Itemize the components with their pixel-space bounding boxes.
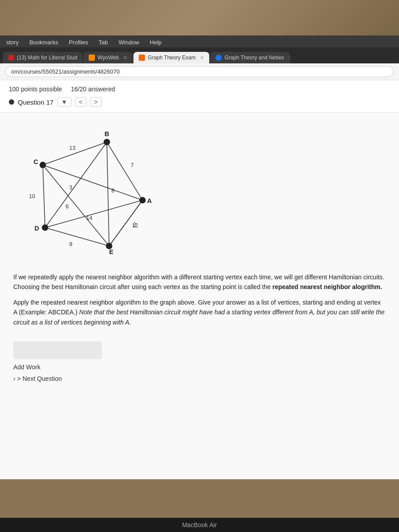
vertex-c [39, 162, 46, 168]
vertex-a [139, 197, 145, 203]
edge-weight-bd: 3 [69, 184, 72, 191]
menu-item-bookmarks[interactable]: Bookmarks [27, 38, 60, 47]
edge-weight-ba: 7 [131, 162, 134, 168]
edge-weight-da: 14 [86, 215, 93, 221]
tab-wyoweb-favicon [89, 55, 95, 61]
menu-item-tab[interactable]: Tab [97, 38, 110, 47]
edge-weight-be: 8 [111, 188, 114, 194]
svg-line-6 [45, 227, 110, 246]
tab-graph-exam-label: Graph Theory Exam [148, 55, 196, 61]
add-work-button[interactable]: Add Work [13, 364, 40, 371]
graph-svg: 13 7 8 10 6 12 9 14 2 [13, 121, 173, 263]
svg-line-10 [43, 165, 142, 200]
menu-item-help[interactable]: Help [148, 38, 164, 47]
question-label: Question 17 [18, 98, 54, 106]
paragraph-1-bold: repeated nearest neighbor alogrithm. [272, 283, 382, 290]
browser-chrome: story Bookmarks Profiles Tab Window Help… [0, 35, 399, 80]
next-question-label: > Next Question [17, 375, 62, 382]
tab-graph-exam-close[interactable]: ✕ [200, 55, 204, 61]
vertex-a-label: A [147, 197, 152, 204]
tab-math-favicon [8, 55, 14, 61]
edge-weight-de: 9 [69, 241, 72, 247]
top-background [0, 0, 399, 35]
menu-bar: story Bookmarks Profiles Tab Window Help [0, 37, 399, 47]
vertex-e-label: E [109, 248, 113, 255]
svg-line-2 [107, 142, 109, 246]
question-nav: Question 17 ▼ < > [9, 97, 390, 107]
tab-graph-exam[interactable]: Graph Theory Exam ✕ [133, 52, 209, 63]
tab-graph-exam-favicon [139, 55, 145, 61]
svg-line-4 [43, 165, 109, 246]
nav-dropdown-btn[interactable]: ▼ [57, 97, 71, 107]
svg-line-7 [45, 200, 143, 228]
url-display[interactable]: om/courses/550521/assignments/4826070 [5, 66, 394, 77]
answered-count: 16/20 answered [71, 86, 115, 93]
vertex-c-label: C [34, 158, 39, 165]
tab-wyoweb-close[interactable]: ✕ [123, 55, 127, 61]
next-question-button[interactable]: › > Next Question [13, 375, 62, 382]
graph-container: 13 7 8 10 6 12 9 14 2 [0, 113, 399, 268]
tab-graph-network-close[interactable]: ✕ [289, 55, 290, 61]
vertex-b [104, 139, 110, 145]
edge-weight-bc: 13 [69, 145, 75, 151]
tab-graph-network-favicon [215, 55, 222, 61]
address-bar: om/courses/550521/assignments/4826070 [0, 63, 399, 80]
question-text: If we repeatedly apply the nearest neigh… [0, 268, 399, 337]
vertex-d-label: D [35, 225, 39, 232]
svg-line-3 [43, 165, 45, 227]
edge-weight-ce: 6 [66, 203, 69, 210]
tab-graph-network[interactable]: Graph Theory and Netwo ✕ [210, 52, 290, 63]
vertex-d [42, 224, 48, 231]
next-question-arrow: › [13, 375, 16, 382]
page-content: 100 points possible 16/20 answered Quest… [0, 80, 399, 479]
paragraph-2: Apply the repeated nearest neighbor algo… [13, 297, 386, 327]
menu-item-story[interactable]: story [4, 38, 20, 47]
menu-item-window[interactable]: Window [117, 38, 141, 47]
points-info: 100 points possible 16/20 answered [9, 86, 390, 93]
tab-graph-network-label: Graph Theory and Netwo [224, 55, 284, 61]
points-possible: 100 points possible [9, 86, 62, 93]
tab-math-label: (13) Math for Liberal Stud [17, 55, 77, 61]
nav-next-btn[interactable]: > [90, 97, 102, 107]
tab-bar: (13) Math for Liberal Stud ✕ WyoWeb ✕ Gr… [0, 47, 399, 63]
question-status-dot [9, 99, 14, 105]
bottom-bar: MacBook Air [0, 518, 399, 532]
tab-math[interactable]: (13) Math for Liberal Stud ✕ [3, 52, 82, 63]
macbook-label: MacBook Air [182, 521, 217, 528]
edge-weight-cd: 10 [29, 193, 35, 200]
nav-prev-btn[interactable]: < [75, 97, 86, 107]
paragraph-1: If we repeatedly apply the nearest neigh… [13, 272, 386, 292]
menu-item-profiles[interactable]: Profiles [67, 38, 90, 47]
tab-wyoweb[interactable]: WyoWeb ✕ [83, 52, 133, 63]
svg-line-9 [45, 142, 107, 227]
vertex-b-label: B [105, 130, 109, 137]
answer-area[interactable] [13, 341, 102, 359]
edge-weight-ea: 2 [133, 222, 137, 228]
tab-math-close[interactable]: ✕ [82, 55, 82, 61]
exam-header: 100 points possible 16/20 answered Quest… [0, 80, 399, 113]
tab-wyoweb-label: WyoWeb [98, 55, 119, 61]
